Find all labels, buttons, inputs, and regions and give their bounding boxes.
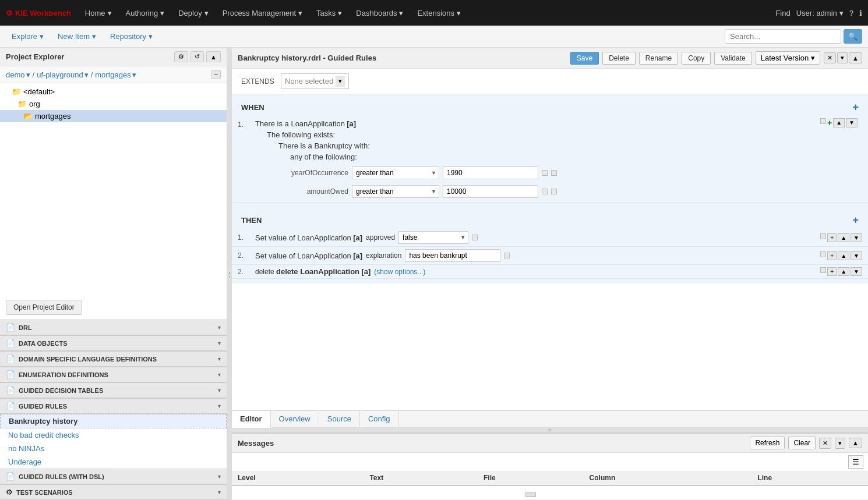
section-data-objects[interactable]: 📄 DATA OBJECTS ▾: [0, 335, 227, 351]
action1-sq[interactable]: [472, 235, 478, 240]
guided-rule-no-ninjas[interactable]: no NINJAs: [0, 442, 227, 455]
nav-process-management[interactable]: Process Management ▾: [217, 5, 308, 21]
open-project-editor-button[interactable]: Open Project Editor: [6, 300, 82, 315]
tree-item-org[interactable]: 📁 org: [0, 98, 227, 110]
chevron-down-icon: ▾: [399, 9, 403, 17]
copy-button[interactable]: Copy: [682, 52, 711, 65]
action3-up-btn[interactable]: ▲: [838, 267, 849, 276]
nav-tasks[interactable]: Tasks ▾: [310, 5, 348, 21]
help-icon[interactable]: ?: [849, 9, 853, 17]
action3-down-btn[interactable]: ▼: [851, 267, 862, 276]
year-small-btn-2[interactable]: [551, 170, 557, 176]
breadcrumb-demo[interactable]: demo ▾: [6, 70, 30, 79]
action-1-value-select[interactable]: false: [398, 231, 468, 244]
chevron-down-icon: ▾: [218, 356, 221, 362]
section-test-scenarios[interactable]: ⚙ TEST SCENARIOS ▾: [0, 484, 227, 500]
tab-editor[interactable]: Editor: [232, 411, 271, 428]
nav-dashboards[interactable]: Dashboards ▾: [350, 5, 409, 21]
action2-down-btn[interactable]: ▼: [851, 251, 862, 260]
cond1-add-btn[interactable]: +: [827, 118, 832, 127]
extends-dropdown-btn[interactable]: ▾: [336, 76, 345, 87]
action1-up-btn[interactable]: ▲: [838, 233, 849, 242]
action-2-value-input[interactable]: [405, 249, 500, 262]
value-input-year[interactable]: [443, 166, 538, 179]
user-menu[interactable]: User: admin ▾: [796, 9, 844, 17]
when-add-button[interactable]: +: [852, 101, 859, 114]
delete-button[interactable]: Delete: [602, 52, 636, 65]
messages-close-button[interactable]: ✕: [819, 438, 831, 449]
repository-button[interactable]: Repository ▾: [104, 29, 158, 44]
cond1-ctrl-sq[interactable]: [820, 118, 826, 124]
latest-version-dropdown[interactable]: Latest Version ▾: [756, 51, 820, 65]
brand-icon: ⚙: [6, 9, 13, 17]
sidebar-collapse-button[interactable]: ▲: [206, 51, 221, 62]
messages-clear-button[interactable]: Clear: [788, 437, 816, 449]
search-input[interactable]: [725, 29, 841, 44]
info-icon[interactable]: ℹ: [859, 9, 862, 17]
messages-list-icon-button[interactable]: ☰: [848, 455, 863, 469]
action2-sq[interactable]: [504, 253, 510, 258]
close-button[interactable]: ✕: [824, 52, 836, 63]
breadcrumb-uf-playground[interactable]: uf-playground ▾: [37, 70, 89, 79]
explore-button[interactable]: Explore ▾: [6, 29, 50, 44]
file-browse-btn[interactable]: [525, 492, 536, 497]
tab-config[interactable]: Config: [360, 411, 399, 427]
value-input-amount[interactable]: [443, 185, 538, 198]
sidebar-resize-handle[interactable]: ⋮: [227, 48, 232, 500]
action-2-body: Set value of LoanApplication [a] explana…: [255, 249, 820, 262]
messages-maximize-button[interactable]: ▲: [849, 438, 862, 448]
cond1-down-btn[interactable]: ▼: [846, 118, 858, 127]
action-3-show-options[interactable]: (show options...): [374, 268, 425, 276]
section-enum[interactable]: 📄 ENUMERATION DEFINITIONS ▾: [0, 367, 227, 382]
then-add-button[interactable]: +: [852, 214, 859, 226]
action2-add-btn[interactable]: +: [827, 251, 837, 260]
action1-ctrl-sq[interactable]: [820, 233, 826, 239]
nav-deploy[interactable]: Deploy ▾: [172, 5, 214, 21]
divider-handle[interactable]: =: [232, 428, 868, 432]
action2-up-btn[interactable]: ▲: [838, 251, 849, 260]
breadcrumb-mortgages[interactable]: mortgages ▾: [95, 70, 136, 79]
section-guided-decision-tables[interactable]: 📄 GUIDED DECISION TABLES ▾: [0, 382, 227, 398]
search-button[interactable]: 🔍: [844, 29, 862, 44]
tab-overview[interactable]: Overview: [271, 411, 319, 427]
action2-ctrl-sq[interactable]: [820, 251, 826, 257]
section-drl[interactable]: 📄 DRL ▾: [0, 320, 227, 335]
section-guided-rules[interactable]: 📄 GUIDED RULES ▾: [0, 398, 227, 414]
save-button[interactable]: Save: [570, 52, 599, 65]
messages-refresh-button[interactable]: Refresh: [750, 437, 785, 449]
minimize-button[interactable]: ▾: [837, 52, 848, 63]
tree-item-mortgages[interactable]: 📂 mortgages: [0, 110, 227, 122]
guided-rule-bankruptcy-history[interactable]: Bankruptcy history: [0, 414, 227, 428]
rename-button[interactable]: Rename: [639, 52, 678, 65]
nav-home[interactable]: Home ▾: [79, 5, 118, 21]
action1-down-btn[interactable]: ▼: [851, 233, 862, 242]
year-small-btn-1[interactable]: [542, 170, 548, 176]
find-link[interactable]: Find: [775, 9, 790, 17]
maximize-button[interactable]: ▲: [849, 52, 862, 63]
amount-small-btn-2[interactable]: [551, 189, 557, 194]
guided-rule-no-bad-credit[interactable]: No bad credit checks: [0, 428, 227, 442]
action1-add-btn[interactable]: +: [827, 233, 837, 242]
cond1-up-btn[interactable]: ▲: [833, 118, 845, 127]
sidebar-refresh-button[interactable]: ↺: [190, 51, 204, 62]
new-item-button[interactable]: New Item ▾: [52, 29, 102, 44]
messages-minimize-button[interactable]: ▾: [835, 438, 845, 449]
section-dsl[interactable]: 📄 DOMAIN SPECIFIC LANGUAGE DEFINITIONS ▾: [0, 351, 227, 367]
action3-add-btn[interactable]: +: [827, 267, 837, 276]
breadcrumb-collapse-button[interactable]: −: [211, 70, 221, 79]
folder-icon: 📁: [12, 87, 21, 96]
validate-button[interactable]: Validate: [714, 52, 751, 65]
extends-select[interactable]: None selected ▾: [281, 73, 349, 89]
amount-small-btn-1[interactable]: [542, 189, 548, 194]
guided-rule-underage[interactable]: Underage: [0, 455, 227, 469]
section-guided-rules-dsl[interactable]: 📄 GUIDED RULES (WITH DSL) ▾: [0, 469, 227, 484]
nav-extensions[interactable]: Extensions ▾: [411, 5, 467, 21]
action3-ctrl-sq[interactable]: [820, 267, 826, 273]
sidebar-settings-button[interactable]: ⚙: [174, 51, 188, 62]
main-layout: Project Explorer ⚙ ↺ ▲ demo ▾ / uf-playg…: [0, 48, 868, 500]
nav-authoring[interactable]: Authoring ▾: [120, 5, 171, 21]
operator-select-year[interactable]: greater than: [352, 166, 439, 179]
tab-source[interactable]: Source: [319, 411, 360, 427]
tree-item-default[interactable]: 📁 <default>: [0, 86, 227, 98]
operator-select-amount[interactable]: greater than: [352, 185, 439, 198]
